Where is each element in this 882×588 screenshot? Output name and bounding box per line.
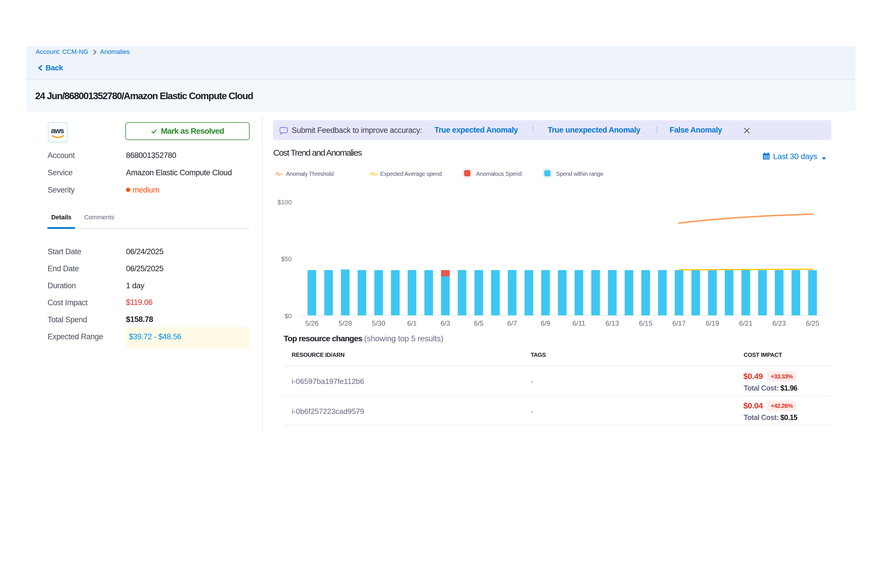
svg-text:6/1: 6/1	[407, 320, 417, 327]
svg-text:6/11: 6/11	[572, 320, 585, 327]
svg-text:6/17: 6/17	[672, 320, 686, 327]
svg-text:$50: $50	[281, 255, 292, 262]
svg-text:aws: aws	[51, 126, 64, 135]
svg-text:6/21: 6/21	[739, 320, 753, 327]
svg-text:6/3: 6/3	[441, 320, 450, 327]
svg-text:6/15: 6/15	[639, 320, 652, 327]
svg-text:6/13: 6/13	[606, 320, 619, 327]
svg-text:6/23: 6/23	[772, 320, 786, 327]
svg-text:$0: $0	[285, 312, 292, 320]
svg-text:5/30: 5/30	[372, 320, 386, 327]
svg-text:$100: $100	[278, 199, 292, 206]
svg-text:5/26: 5/26	[305, 320, 319, 327]
svg-text:5/28: 5/28	[338, 320, 352, 327]
svg-text:6/5: 6/5	[474, 320, 483, 327]
svg-text:6/9: 6/9	[541, 320, 550, 327]
svg-text:6/7: 6/7	[507, 320, 517, 327]
svg-text:6/19: 6/19	[706, 320, 719, 327]
svg-text:6/25: 6/25	[806, 320, 819, 327]
